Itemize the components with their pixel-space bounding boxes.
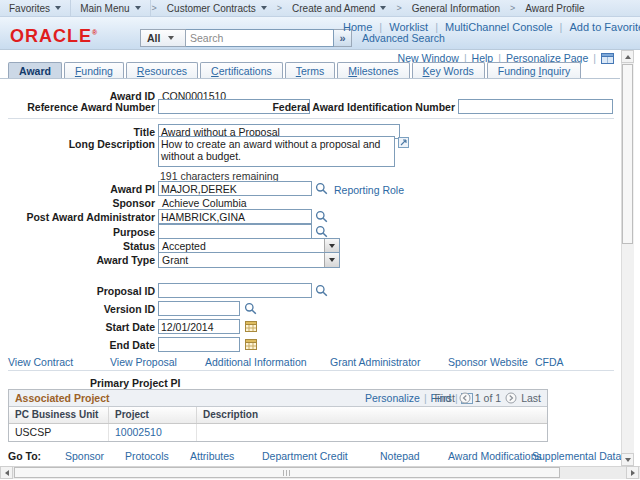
purpose-label: Purpose <box>0 226 155 238</box>
chevron-down-icon <box>135 6 141 10</box>
breadcrumb-item-general-information[interactable]: General Information <box>403 0 509 16</box>
home-link[interactable]: Home <box>343 21 372 33</box>
award-pi-lookup-icon[interactable] <box>315 182 328 195</box>
post-award-administrator-lookup-icon[interactable] <box>315 210 328 223</box>
column-header-pc-business-unit: PC Business Unit <box>9 407 109 423</box>
tab-key-words[interactable]: Key Words <box>412 62 485 78</box>
award-type-label: Award Type <box>0 254 155 266</box>
award-type-select[interactable]: Grant <box>158 252 340 268</box>
view-contract-link[interactable]: View Contract <box>8 356 73 368</box>
goto-attributes-link[interactable]: Attributes <box>190 450 234 462</box>
scroll-down-button[interactable] <box>621 453 634 466</box>
scroll-right-button[interactable] <box>626 466 639 479</box>
proposal-id-input[interactable] <box>158 283 312 298</box>
breadcrumb-separator: > <box>276 3 283 13</box>
title-label: Title <box>0 126 155 138</box>
tab-award[interactable]: Award <box>8 62 62 78</box>
next-row-icon[interactable] <box>505 392 517 404</box>
version-id-input[interactable] <box>158 301 240 316</box>
purpose-input[interactable] <box>158 224 312 239</box>
long-description-label: Long Description <box>0 138 155 150</box>
award-pi-input[interactable] <box>158 181 312 196</box>
tab-resources[interactable]: Resources <box>126 62 198 78</box>
column-header-project: Project <box>109 407 197 423</box>
goto-sponsor-link[interactable]: Sponsor <box>65 450 104 462</box>
goto-department-credit-link[interactable]: Department Credit <box>262 450 348 462</box>
additional-information-link[interactable]: Additional Information <box>205 356 307 368</box>
personalize-layout-icon[interactable] <box>601 53 614 64</box>
goto-protocols-link[interactable]: Protocols <box>125 450 169 462</box>
breadcrumb-item-award-profile[interactable]: Award Profile <box>516 0 593 16</box>
tab-bar: Award Funding Resources Certifications T… <box>8 62 581 78</box>
breadcrumb-item-main-menu[interactable]: Main Menu <box>71 0 150 16</box>
start-date-calendar-icon[interactable] <box>245 320 257 332</box>
worklist-link[interactable]: Worklist <box>389 21 428 33</box>
end-date-input[interactable] <box>158 337 240 352</box>
view-proposal-link[interactable]: View Proposal <box>110 356 177 368</box>
award-profile-page: Favorites Main Menu > Customer Contracts… <box>0 0 640 480</box>
search-scope-dropdown[interactable]: All <box>140 29 186 47</box>
add-to-favorites-link[interactable]: Add to Favorites <box>569 21 640 33</box>
proposal-id-lookup-icon[interactable] <box>315 284 328 297</box>
page-header: ORACLE® Home|Worklist|MultiChannel Conso… <box>0 17 640 50</box>
breadcrumb-separator: > <box>151 3 158 13</box>
tab-terms[interactable]: Terms <box>285 62 336 78</box>
end-date-label: End Date <box>0 339 155 351</box>
chevron-down-icon <box>261 6 267 10</box>
breadcrumb-item-customer-contracts[interactable]: Customer Contracts <box>158 0 276 16</box>
goto-notepad-link[interactable]: Notepad <box>380 450 420 462</box>
cell-project-link[interactable]: 10002510 <box>109 424 197 441</box>
tab-certifications[interactable]: Certifications <box>200 62 283 78</box>
section-divider <box>8 370 614 371</box>
start-date-input[interactable] <box>158 319 240 334</box>
chevron-down-icon <box>324 253 339 267</box>
tab-funding[interactable]: Funding <box>64 62 124 78</box>
table-row: USCSP 10002510 <box>9 424 547 441</box>
chevron-down-icon <box>380 6 386 10</box>
goto-supplemental-data-link[interactable]: Supplemental Data <box>532 450 621 462</box>
chevron-down-icon <box>168 36 174 40</box>
personalize-link[interactable]: Personalize <box>365 392 420 404</box>
reference-award-number-label: Reference Award Number <box>0 101 155 113</box>
post-award-administrator-input[interactable] <box>158 209 312 224</box>
chevron-down-icon <box>55 6 61 10</box>
sponsor-website-link[interactable]: Sponsor Website <box>448 356 528 368</box>
cell-description <box>197 424 547 441</box>
scroll-left-button[interactable] <box>0 466 13 479</box>
cfda-link[interactable]: CFDA <box>535 356 564 368</box>
long-description-textarea[interactable]: How to create an award without a proposa… <box>158 136 395 167</box>
reporting-role-link[interactable]: Reporting Role <box>334 184 404 196</box>
breadcrumb-item-favorites[interactable]: Favorites <box>0 0 71 16</box>
associated-project-grid: Associated Project Personalize|Find| Fir… <box>8 389 548 442</box>
cell-pc-business-unit: USCSP <box>9 424 109 441</box>
grid-title: Associated Project <box>15 392 110 404</box>
advanced-search-link[interactable]: Advanced Search <box>362 32 445 44</box>
grid-first-label[interactable]: First <box>434 392 454 404</box>
purpose-lookup-icon[interactable] <box>315 225 328 238</box>
grid-row-position: 1 of 1 <box>475 392 501 404</box>
version-id-lookup-icon[interactable] <box>244 302 257 315</box>
version-id-label: Version ID <box>0 303 155 315</box>
award-pi-label: Award PI <box>0 183 155 195</box>
search-input[interactable] <box>186 29 334 47</box>
breadcrumb-item-create-and-amend[interactable]: Create and Amend <box>283 0 395 16</box>
goto-award-modifications-link[interactable]: Award Modifications <box>448 450 542 462</box>
scroll-up-button[interactable] <box>621 50 634 63</box>
expand-long-description-icon[interactable] <box>398 137 409 148</box>
previous-row-icon[interactable] <box>459 392 471 404</box>
tab-milestones[interactable]: Milestones <box>337 62 409 78</box>
breadcrumb-separator: > <box>395 3 402 13</box>
tab-funding-inquiry[interactable]: Funding Inquiry <box>487 62 581 78</box>
federal-award-id-number-input[interactable] <box>458 99 613 114</box>
breadcrumb: Favorites Main Menu > Customer Contracts… <box>0 0 640 17</box>
start-date-label: Start Date <box>0 321 155 333</box>
oracle-logo: ORACLE® <box>10 26 98 47</box>
grid-last-label[interactable]: Last <box>521 392 541 404</box>
multichannel-console-link[interactable]: MultiChannel Console <box>445 21 553 33</box>
end-date-calendar-icon[interactable] <box>245 338 257 350</box>
vertical-scrollbar-thumb[interactable] <box>622 64 633 244</box>
grant-administrator-link[interactable]: Grant Administrator <box>330 356 420 368</box>
goto-row: Go To: Sponsor Protocols Attributes Depa… <box>8 450 614 464</box>
breadcrumb-separator: > <box>509 3 516 13</box>
horizontal-scrollbar-thumb[interactable] <box>14 467 560 478</box>
